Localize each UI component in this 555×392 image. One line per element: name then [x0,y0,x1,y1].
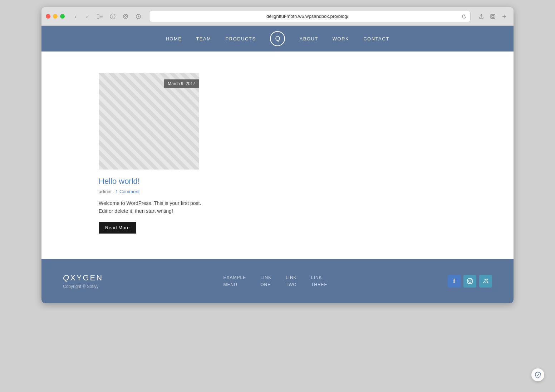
maximize-button[interactable] [60,14,65,19]
nav-link-team[interactable]: TEAM [196,36,211,41]
footer-social: f [448,275,492,288]
blog-post: March 9, 2017 Hello world! admin · 1 Com… [99,73,202,234]
post-date-badge: March 9, 2017 [164,79,199,88]
back-button[interactable]: ‹ [70,11,80,21]
browser-titlebar: ‹ › i [41,7,514,26]
nav-link-products[interactable]: PRODUCTS [226,36,256,41]
refresh-icon [462,14,467,19]
svg-rect-9 [492,15,494,18]
share-button[interactable] [476,11,486,21]
nav-link-home[interactable]: HOME [166,36,182,41]
nav-link-contact[interactable]: CONTACT [363,36,389,41]
nav-items: HOME TEAM PRODUCTS Q ABOUT WORK [166,31,389,46]
footer-nav-link-menu[interactable]: MENU [224,282,246,287]
post-meta: admin · 1 Comment [99,189,202,194]
svg-point-14 [471,279,472,280]
svg-point-13 [469,280,471,283]
url-input[interactable] [153,14,462,19]
post-date: March 9, 2017 [168,81,195,86]
footer-copyright: Copyright © Sofiyy [63,284,103,289]
nav-item-team[interactable]: TEAM [196,35,211,42]
footer-nav-link-link3[interactable]: LINK [311,275,328,280]
reader-button[interactable]: i [108,11,118,21]
nav-logo-item[interactable]: Q [270,31,285,46]
instagram-svg [467,278,473,284]
browser-right-buttons [476,11,509,21]
footer-nav-item-link1[interactable]: LINK ONE [260,275,271,287]
nav-item-about[interactable]: ABOUT [299,35,318,42]
footer-nav-item-link3[interactable]: LINK THREE [311,275,328,287]
website-content: HOME TEAM PRODUCTS Q ABOUT WORK [41,26,514,303]
site-nav: HOME TEAM PRODUCTS Q ABOUT WORK [41,26,514,52]
footer-nav-link-three[interactable]: THREE [311,282,328,287]
add-tab-button[interactable] [499,11,509,21]
forward-button[interactable]: › [82,11,92,21]
post-title-link[interactable]: Hello world! [99,177,202,186]
svg-point-6 [123,14,128,19]
post-author: admin [99,189,111,194]
nav-item-home[interactable]: HOME [166,35,182,42]
new-tab-button[interactable] [488,11,498,21]
footer-nav: EXAMPLE MENU LINK ONE LINK TWO LINK THRE… [224,275,328,287]
brand-rest: XYGEN [70,273,103,282]
url-bar-container[interactable] [149,11,471,22]
close-button[interactable] [46,14,50,19]
instagram-icon[interactable] [463,275,476,288]
twitter-svg [482,278,489,284]
footer-brand: QXYGEN Copyright © Sofiyy [63,273,103,289]
svg-text:i: i [112,15,113,19]
post-comment-link[interactable]: 1 Comment [116,189,139,194]
post-excerpt: Welcome to WordPress. This is your first… [99,199,202,215]
footer-nav-link-example[interactable]: EXAMPLE [224,275,246,280]
site-logo[interactable]: Q [270,31,285,46]
logo-text: Q [275,35,280,43]
nav-item-work[interactable]: WORK [333,35,349,42]
site-footer: QXYGEN Copyright © Sofiyy EXAMPLE MENU L… [41,259,514,303]
sidebar-toggle-button[interactable] [95,11,105,21]
post-thumbnail[interactable]: March 9, 2017 [99,73,199,170]
footer-brand-name: QXYGEN [63,273,103,283]
go-button[interactable] [133,11,143,21]
extension-button[interactable] [121,11,131,21]
nav-link-work[interactable]: WORK [333,36,349,41]
footer-nav-item-example[interactable]: EXAMPLE MENU [224,275,246,287]
twitter-icon[interactable] [479,275,492,288]
nav-item-products[interactable]: PRODUCTS [226,35,256,42]
browser-nav-buttons: ‹ › [70,11,92,21]
traffic-lights [46,14,65,19]
browser-window: ‹ › i [41,7,514,303]
footer-nav-link-one[interactable]: ONE [260,282,271,287]
footer-nav-link-link2[interactable]: LINK [286,275,297,280]
footer-nav-item-link2[interactable]: LINK TWO [286,275,297,287]
svg-rect-12 [467,279,472,284]
svg-rect-0 [97,14,99,19]
read-more-button[interactable]: Read More [99,222,136,234]
post-meta-separator: · [113,189,114,194]
svg-rect-8 [491,14,495,19]
nav-item-contact[interactable]: CONTACT [363,35,389,42]
minimize-button[interactable] [53,14,58,19]
nav-link-about[interactable]: ABOUT [299,36,318,41]
brand-q: Q [63,273,70,282]
footer-nav-link-link[interactable]: LINK [260,275,271,280]
facebook-icon[interactable]: f [448,275,461,288]
facebook-letter: f [453,278,455,285]
footer-nav-link-two[interactable]: TWO [286,282,297,287]
site-main: March 9, 2017 Hello world! admin · 1 Com… [41,52,514,259]
